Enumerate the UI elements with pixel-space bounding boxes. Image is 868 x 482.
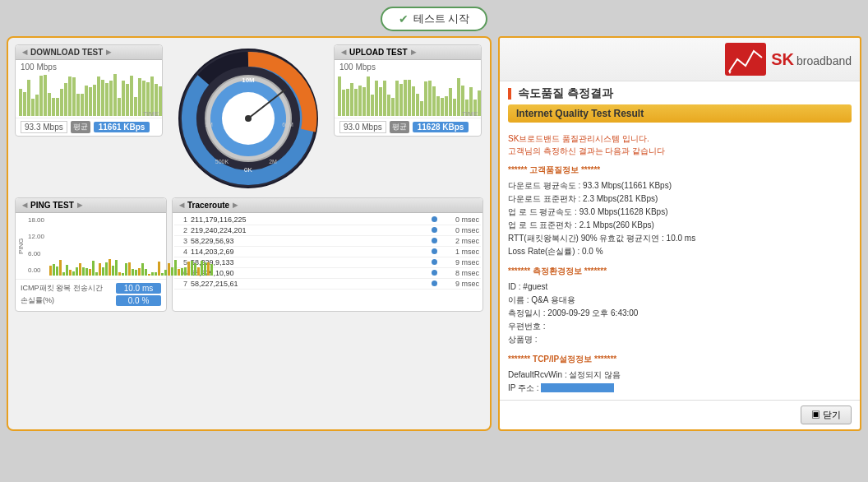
- ping-rtt-row: ICMP패킷 왕복 전송시간 10.0 ms: [21, 283, 161, 294]
- env-title: ******* 측정환경정보 *******: [508, 265, 852, 278]
- tr-ip: 58,227,215,61: [191, 280, 430, 288]
- ping-test-header: ◀ PING TEST ▶: [16, 198, 166, 213]
- tr-time: 0 msec: [438, 216, 479, 224]
- traceroute-row: 2 219,240,224,201 0 msec: [174, 225, 481, 236]
- ping-loss-label: 손실률(%): [21, 295, 54, 306]
- sk-brand: ▼ SK broadband: [725, 43, 852, 76]
- result-intro: SK브로드밴드 품질관리시스템 입니다. 고객님의 측정하신 결과는 다음과 같…: [508, 132, 852, 157]
- tr-dot-icon: [430, 237, 438, 245]
- tr-arrow-right-icon: ▶: [233, 202, 238, 209]
- tr-arrow-left-icon: ◀: [179, 202, 184, 209]
- tr-ip: 58,229,9,133: [191, 258, 430, 266]
- ping-y-label-4: 0.00: [28, 266, 44, 274]
- tr-dot-icon: [430, 216, 438, 224]
- ping-chart-area: PING 18.00 12.00 6.00 0.00: [16, 213, 166, 279]
- upload-arrow-right-icon: ▶: [411, 49, 416, 56]
- traceroute-row: 6 58,229,10,90 8 msec: [174, 268, 481, 279]
- download-bar-chart: TIME: [16, 72, 162, 118]
- check-icon: ✔: [399, 12, 409, 25]
- ip-hidden: ■■■■■■■■: [541, 383, 613, 392]
- close-icon: ▣: [811, 410, 820, 419]
- close-button[interactable]: ▣ 닫기: [801, 406, 852, 424]
- bb-text: broadband: [796, 54, 852, 67]
- tcp-title: ******* TCP/IP설정정보 *******: [508, 353, 852, 366]
- traceroute-row: 3 58,229,56,93 2 msec: [174, 236, 481, 247]
- tr-ip: 211,179,116,225: [191, 216, 430, 224]
- customer-title: ****** 고객품질정보 ******: [508, 164, 852, 177]
- arrow-right-icon: ▶: [106, 49, 111, 56]
- gauge-svg: 10M 1M 60M 500K 0K 2M: [174, 44, 322, 192]
- ping-bars-area: [49, 218, 213, 276]
- result-title-text: 속도품질 측정결과: [518, 86, 613, 100]
- upload-avg-badge: 평균: [390, 121, 409, 133]
- svg-text:0K: 0K: [244, 166, 252, 174]
- ping-loss-row: 손실률(%) 0.0 %: [21, 295, 161, 306]
- internet-quality-label: Internet Quality Test Result: [508, 104, 852, 123]
- tr-time: 0 msec: [438, 226, 479, 234]
- env-line: 우편번호 :: [508, 320, 852, 333]
- right-panel: ▼ SK broadband 속도품질 측정결과 Internet Qualit…: [498, 36, 861, 431]
- ping-test-box: ◀ PING TEST ▶ PING 18.00 12.00 6.00 0.00: [15, 197, 167, 312]
- ping-chart: 18.00 12.00 6.00 0.00: [26, 213, 216, 279]
- result-title: 속도품질 측정결과: [500, 81, 860, 104]
- ping-y-label-1: 18.00: [28, 216, 44, 224]
- svg-text:1M: 1M: [205, 122, 213, 127]
- svg-text:▼: ▼: [727, 70, 732, 75]
- download-speed-value: 93.3 Mbps: [21, 121, 67, 133]
- env-line: 이름 : Q&A 용대용: [508, 294, 852, 307]
- traceroute-row: 1 211,179,116,225 0 msec: [174, 215, 481, 225]
- gauge-center: 10M 1M 60M 500K 0K 2M: [166, 44, 330, 192]
- svg-text:2M: 2M: [269, 159, 277, 165]
- intro-line-1: SK브로드밴드 품질관리시스템 입니다.: [508, 132, 852, 145]
- traceroute-row: 7 58,227,215,61 9 msec: [174, 279, 481, 290]
- main-layout: ◀ DOWNLOAD TEST ▶ 100 Mbps TIME 93.3 Mbp…: [0, 36, 868, 431]
- upload-kbps-value: 11628 KBps: [413, 122, 469, 132]
- customer-line: 업 로 드 표준편차 : 2.1 Mbps(260 KBps): [508, 219, 852, 232]
- download-speed-result: 93.3 Mbps 평균 11661 KBps: [16, 118, 162, 136]
- ping-rtt-label: ICMP패킷 왕복 전송시간: [21, 283, 103, 294]
- traceroute-table: 1 211,179,116,225 0 msec 2 219,240,224,2…: [173, 213, 482, 291]
- tr-dot-icon: [430, 280, 438, 288]
- bottom-row: ◀ PING TEST ▶ PING 18.00 12.00 6.00 0.00: [15, 197, 483, 312]
- ping-info: ICMP패킷 왕복 전송시간 10.0 ms 손실률(%) 0.0 %: [16, 279, 166, 311]
- ping-y-label-2: 12.00: [28, 233, 44, 240]
- intro-line-2: 고객님의 측정하신 결과는 다음과 같습니다: [508, 145, 852, 157]
- download-test-box: ◀ DOWNLOAD TEST ▶ 100 Mbps TIME 93.3 Mbp…: [15, 44, 163, 137]
- ping-arrow-left-icon: ◀: [22, 202, 27, 209]
- svg-point-12: [245, 115, 252, 122]
- upload-arrow-left-icon: ◀: [341, 49, 346, 56]
- traceroute-header: ◀ Traceroute ▶: [173, 198, 482, 213]
- ping-arrow-right-icon: ▶: [77, 202, 82, 209]
- customer-line: 다운로드 표준편차 : 2.3 Mbps(281 KBps): [508, 192, 852, 206]
- sk-text: SK: [771, 50, 794, 68]
- download-speed-max: 100 Mbps: [16, 60, 162, 72]
- upload-speed-max: 100 Mbps: [335, 60, 481, 72]
- upload-test-header: ◀ UPLOAD TEST ▶: [335, 45, 481, 60]
- env-line: 상품명 :: [508, 333, 852, 346]
- ping-y-labels: 18.00 12.00 6.00 0.00: [28, 216, 44, 274]
- ping-rtt-value: 10.0 ms: [116, 283, 161, 294]
- tr-num: 7: [176, 280, 187, 288]
- close-label: 닫기: [823, 410, 841, 419]
- tr-time: 9 msec: [438, 280, 479, 288]
- tr-time: 9 msec: [438, 258, 479, 266]
- customer-line: RTT(패킷왕복시간) 90% 유효값 평균지연 : 10.0 ms: [508, 232, 852, 245]
- tr-ip: 114,203,2,69: [191, 248, 430, 256]
- ping-y-axis-label: PING: [16, 213, 26, 279]
- tr-time: 2 msec: [438, 237, 479, 245]
- download-kbps-value: 11661 KBps: [94, 122, 150, 132]
- tr-dot-icon: [430, 258, 438, 266]
- traceroute-box: ◀ Traceroute ▶ 1 211,179,116,225 0 msec …: [172, 197, 483, 312]
- customer-line: 업 로 드 평균속도 : 93.0 Mbps(11628 KBps): [508, 206, 852, 219]
- upload-time-label: TIME: [462, 110, 478, 118]
- download-test-label: DOWNLOAD TEST: [30, 48, 103, 57]
- upload-test-box: ◀ UPLOAD TEST ▶ 100 Mbps TIME 93.0 Mbps …: [334, 44, 482, 137]
- tr-time: 8 msec: [438, 269, 479, 277]
- download-test-header: ◀ DOWNLOAD TEST ▶: [16, 45, 162, 60]
- start-button[interactable]: ✔ 테스트 시작: [381, 7, 488, 31]
- result-content[interactable]: SK브로드밴드 품질관리시스템 입니다. 고객님의 측정하신 결과는 다음과 같…: [500, 127, 860, 400]
- env-line: ID : #guest: [508, 280, 852, 294]
- upload-speed-value: 93.0 Mbps: [339, 121, 386, 133]
- tr-dot-icon: [430, 226, 438, 234]
- svg-text:60M: 60M: [282, 122, 293, 127]
